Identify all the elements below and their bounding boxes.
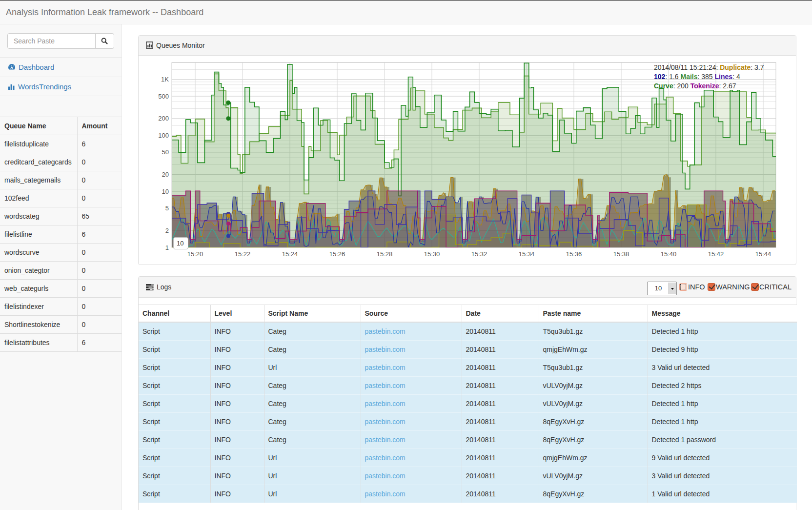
- svg-text:1: 1: [165, 244, 169, 251]
- svg-text:15:42: 15:42: [708, 250, 724, 258]
- svg-text:100: 100: [158, 132, 169, 139]
- svg-text:20: 20: [162, 171, 169, 178]
- svg-text:15:32: 15:32: [471, 250, 487, 258]
- svg-text:15:38: 15:38: [613, 250, 629, 258]
- svg-text:15:44: 15:44: [755, 250, 771, 258]
- svg-text:15:28: 15:28: [377, 250, 393, 258]
- svg-text:15:24: 15:24: [282, 250, 298, 258]
- svg-text:15:36: 15:36: [566, 250, 582, 258]
- svg-text:50: 50: [162, 148, 169, 156]
- svg-text:15:26: 15:26: [329, 250, 345, 258]
- svg-text:10: 10: [162, 188, 169, 195]
- svg-text:15:20: 15:20: [187, 250, 203, 258]
- svg-text:15:22: 15:22: [235, 250, 251, 258]
- svg-text:15:40: 15:40: [661, 250, 677, 258]
- svg-text:15:34: 15:34: [519, 250, 535, 258]
- svg-text:200: 200: [158, 115, 169, 122]
- svg-text:5: 5: [165, 204, 169, 212]
- svg-text:2: 2: [165, 227, 169, 234]
- svg-text:500: 500: [158, 93, 169, 100]
- svg-text:1K: 1K: [161, 76, 169, 83]
- svg-text:15:30: 15:30: [424, 250, 440, 258]
